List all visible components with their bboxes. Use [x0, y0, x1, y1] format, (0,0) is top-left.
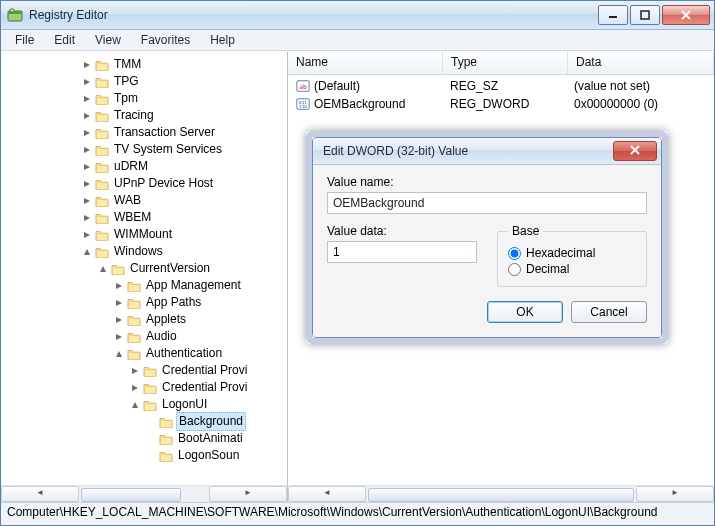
tree-item-tracing[interactable]: ▸Tracing — [1, 107, 287, 124]
expand-toggle-icon[interactable]: ▴ — [113, 345, 125, 362]
expand-toggle-icon[interactable]: ▸ — [81, 124, 93, 141]
cancel-button[interactable]: Cancel — [571, 301, 647, 323]
tree-item-transaction-server[interactable]: ▸Transaction Server — [1, 124, 287, 141]
dialog-title: Edit DWORD (32-bit) Value — [323, 144, 613, 158]
tree-item-udrm[interactable]: ▸uDRM — [1, 158, 287, 175]
reg-dword-icon: 011110 — [296, 97, 310, 111]
close-button[interactable] — [662, 5, 710, 25]
registry-tree[interactable]: ▸TMM▸TPG▸Tpm▸Tracing▸Transaction Server▸… — [1, 56, 287, 464]
col-data[interactable]: Data — [568, 52, 714, 74]
tree-hscrollbar[interactable]: ◄ ► — [1, 485, 287, 502]
tree-item-label: TPG — [112, 73, 141, 90]
tree-item-label: TMM — [112, 56, 143, 73]
expand-toggle-icon[interactable]: ▸ — [113, 328, 125, 345]
tree-item-windows[interactable]: ▴Windows — [1, 243, 287, 260]
tree-item-bootanimati[interactable]: BootAnimati — [1, 430, 287, 447]
expand-toggle-icon[interactable]: ▸ — [113, 311, 125, 328]
menu-favorites[interactable]: Favorites — [131, 31, 200, 49]
col-type[interactable]: Type — [443, 52, 568, 74]
tree-item-authentication[interactable]: ▴Authentication — [1, 345, 287, 362]
tree-item-credential-provider[interactable]: ▸Credential Provi — [1, 379, 287, 396]
expand-toggle-icon[interactable]: ▸ — [113, 277, 125, 294]
tree-item-label: Tpm — [112, 90, 140, 107]
tree-item-background[interactable]: Background — [1, 413, 287, 430]
value-name: (Default) — [314, 79, 360, 93]
expand-toggle-icon[interactable]: ▸ — [81, 175, 93, 192]
value-name-label: Value name: — [327, 175, 647, 189]
menu-help[interactable]: Help — [200, 31, 245, 49]
tree-item-label: UPnP Device Host — [112, 175, 215, 192]
tree-item-label: Background — [176, 412, 246, 431]
expand-toggle-icon[interactable]: ▸ — [113, 294, 125, 311]
value-data: (value not set) — [574, 79, 650, 93]
expand-toggle-icon[interactable]: ▸ — [81, 90, 93, 107]
value-data-field[interactable] — [327, 241, 477, 263]
tree-item-label: LogonSoun — [176, 447, 241, 464]
edit-dword-dialog: Edit DWORD (32-bit) Value Value name: Va… — [306, 131, 668, 344]
base-group: Base Hexadecimal Decimal — [497, 224, 647, 287]
tree-pane: ▸TMM▸TPG▸Tpm▸Tracing▸Transaction Server▸… — [1, 52, 288, 502]
list-row[interactable]: ab(Default)REG_SZ(value not set) — [288, 77, 714, 95]
tree-item-applets[interactable]: ▸Applets — [1, 311, 287, 328]
values-hscrollbar[interactable]: ◄ ► — [288, 485, 714, 502]
value-name-field[interactable] — [327, 192, 647, 214]
value-type: REG_SZ — [450, 79, 498, 93]
menu-edit[interactable]: Edit — [44, 31, 85, 49]
tree-item-tpg[interactable]: ▸TPG — [1, 73, 287, 90]
listview-headers[interactable]: Name Type Data — [288, 52, 714, 75]
base-legend: Base — [508, 224, 543, 238]
expand-toggle-icon[interactable]: ▸ — [81, 141, 93, 158]
radio-dec-label: Decimal — [526, 262, 569, 276]
expand-toggle-icon[interactable]: ▴ — [97, 260, 109, 277]
col-name[interactable]: Name — [288, 52, 443, 74]
value-data: 0x00000000 (0) — [574, 97, 658, 111]
statusbar: Computer\HKEY_LOCAL_MACHINE\SOFTWARE\Mic… — [1, 502, 714, 525]
ok-button[interactable]: OK — [487, 301, 563, 323]
expand-toggle-icon[interactable]: ▸ — [129, 379, 141, 396]
tree-item-label: Credential Provi — [160, 362, 249, 379]
dialog-close-button[interactable] — [613, 141, 657, 161]
maximize-button[interactable] — [630, 5, 660, 25]
tree-item-upnp-device-host[interactable]: ▸UPnP Device Host — [1, 175, 287, 192]
tree-item-logonsoun[interactable]: LogonSoun — [1, 447, 287, 464]
tree-item-tmm[interactable]: ▸TMM — [1, 56, 287, 73]
tree-item-logonui[interactable]: ▴LogonUI — [1, 396, 287, 413]
value-name: OEMBackground — [314, 97, 405, 111]
tree-item-wab[interactable]: ▸WAB — [1, 192, 287, 209]
expand-toggle-icon[interactable]: ▸ — [81, 158, 93, 175]
minimize-button[interactable] — [598, 5, 628, 25]
tree-item-wimmount[interactable]: ▸WIMMount — [1, 226, 287, 243]
radio-hex[interactable] — [508, 247, 521, 260]
list-row[interactable]: 011110OEMBackgroundREG_DWORD0x00000000 (… — [288, 95, 714, 113]
tree-item-tpm[interactable]: ▸Tpm — [1, 90, 287, 107]
expand-toggle-icon[interactable]: ▸ — [81, 226, 93, 243]
titlebar[interactable]: Registry Editor — [1, 1, 714, 30]
menu-view[interactable]: View — [85, 31, 131, 49]
tree-item-label: WIMMount — [112, 226, 174, 243]
tree-item-label: WBEM — [112, 209, 153, 226]
expand-toggle-icon[interactable]: ▸ — [81, 56, 93, 73]
expand-toggle-icon[interactable]: ▸ — [129, 362, 141, 379]
tree-item-label: Windows — [112, 243, 165, 260]
tree-item-app-management[interactable]: ▸App Management — [1, 277, 287, 294]
expand-toggle-icon[interactable]: ▴ — [81, 243, 93, 260]
tree-item-credential-provider[interactable]: ▸Credential Provi — [1, 362, 287, 379]
expand-toggle-icon[interactable]: ▸ — [81, 73, 93, 90]
tree-item-wbem[interactable]: ▸WBEM — [1, 209, 287, 226]
dialog-titlebar[interactable]: Edit DWORD (32-bit) Value — [313, 138, 661, 165]
tree-item-app-paths[interactable]: ▸App Paths — [1, 294, 287, 311]
tree-item-tv-system-services[interactable]: ▸TV System Services — [1, 141, 287, 158]
svg-rect-4 — [641, 11, 649, 19]
radio-hex-label: Hexadecimal — [526, 246, 595, 260]
expand-toggle-icon[interactable]: ▸ — [81, 209, 93, 226]
tree-item-label: App Management — [144, 277, 243, 294]
expand-toggle-icon[interactable]: ▸ — [81, 107, 93, 124]
tree-item-currentversion[interactable]: ▴CurrentVersion — [1, 260, 287, 277]
regedit-app-icon — [7, 7, 23, 23]
menu-file[interactable]: File — [5, 31, 44, 49]
radio-dec[interactable] — [508, 263, 521, 276]
tree-item-label: Authentication — [144, 345, 224, 362]
expand-toggle-icon[interactable]: ▴ — [129, 396, 141, 413]
tree-item-audio[interactable]: ▸Audio — [1, 328, 287, 345]
expand-toggle-icon[interactable]: ▸ — [81, 192, 93, 209]
